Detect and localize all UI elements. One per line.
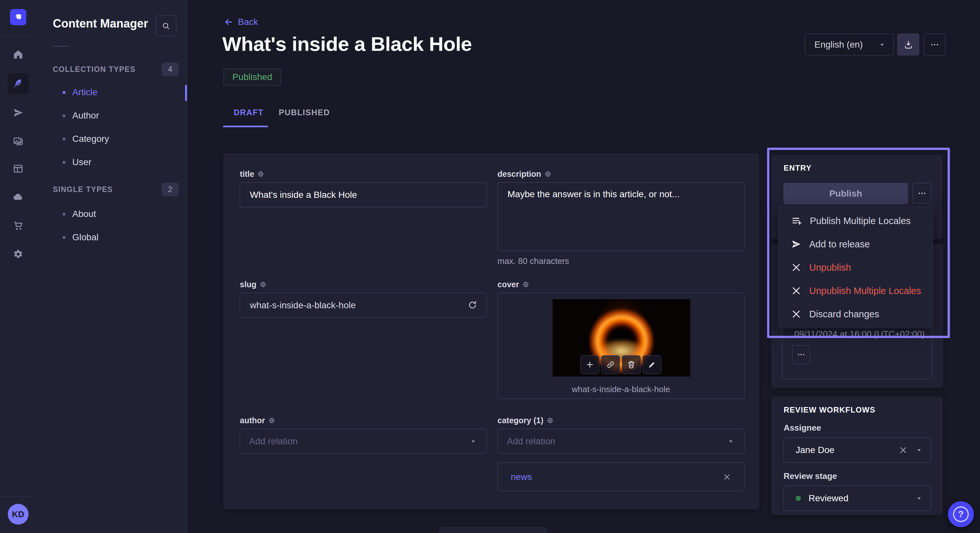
- bottom-panel-peek: [439, 527, 547, 533]
- cover-copy-link-button[interactable]: [601, 355, 620, 374]
- globe-icon: [257, 171, 264, 178]
- field-label: cover: [498, 280, 519, 289]
- sidebar-item-user[interactable]: User: [36, 151, 187, 174]
- rail-item-marketplace[interactable]: [8, 215, 29, 236]
- field-title-label-row: title: [240, 169, 487, 179]
- category-relation-select[interactable]: Add relation: [498, 429, 745, 454]
- field-slug-label-row: slug: [240, 279, 487, 289]
- chevron-down-icon: [469, 437, 477, 446]
- relation-link[interactable]: news: [511, 472, 532, 482]
- help-button[interactable]: ?: [948, 501, 974, 527]
- tab-draft[interactable]: DRAFT: [234, 108, 264, 117]
- sidebar-item-global[interactable]: Global: [36, 226, 187, 249]
- rail-item-deploy[interactable]: [8, 187, 29, 207]
- x-icon: [791, 309, 802, 319]
- x-icon: [791, 286, 802, 296]
- list-plus-icon: [791, 215, 802, 226]
- back-label: Back: [238, 17, 258, 27]
- rail-item-content-manager[interactable]: [8, 73, 29, 94]
- header-more-button[interactable]: [924, 34, 945, 56]
- nav-rail: KD: [0, 0, 37, 533]
- back-link[interactable]: Back: [224, 17, 258, 27]
- download-button[interactable]: [897, 34, 919, 56]
- sidebar-item-article[interactable]: Article: [36, 81, 187, 104]
- strapi-logo[interactable]: [10, 9, 26, 25]
- clear-icon[interactable]: [899, 446, 908, 455]
- sidebar-item-category[interactable]: Category: [36, 127, 187, 151]
- remove-relation-icon[interactable]: [723, 473, 731, 481]
- cover-delete-button[interactable]: [622, 355, 641, 374]
- menu-item-publish-multiple-locales[interactable]: Publish Multiple Locales: [779, 209, 933, 233]
- field-category-label-row: category (1): [498, 416, 745, 425]
- bullet-icon: [62, 114, 65, 117]
- question-icon: ?: [953, 506, 969, 522]
- cover-edit-button[interactable]: [643, 355, 662, 374]
- field-label: author: [240, 416, 265, 425]
- field-cover: cover: [498, 279, 745, 399]
- review-workflows-panel: REVIEW WORKFLOWS Assignee Jane Doe Revie…: [771, 397, 942, 515]
- relation-item-news: news: [498, 462, 745, 491]
- section-collection-types: COLLECTION TYPES 4: [53, 62, 178, 76]
- rail-item-media-library[interactable]: [8, 130, 29, 151]
- cover-add-button[interactable]: [581, 355, 599, 374]
- assignee-value: Jane Doe: [795, 445, 899, 455]
- bullet-icon: [62, 91, 65, 94]
- regenerate-slug-button[interactable]: [466, 298, 479, 311]
- assignee-select[interactable]: Jane Doe: [784, 438, 931, 463]
- field-label: category (1): [498, 416, 544, 425]
- publish-button[interactable]: Publish: [784, 183, 908, 204]
- field-author-label-row: author: [240, 416, 487, 425]
- sidebar-item-label: Article: [72, 87, 97, 97]
- status-badge: Published: [224, 69, 281, 86]
- entry-panel-heading: ENTRY: [784, 163, 931, 173]
- review-stage-select[interactable]: Reviewed: [784, 486, 931, 511]
- trash-icon: [627, 360, 636, 369]
- author-relation-select[interactable]: Add relation: [240, 429, 487, 454]
- page-title: What's inside a Black Hole: [222, 32, 472, 56]
- tab-published[interactable]: PUBLISHED: [279, 108, 330, 117]
- rail-item-releases[interactable]: [8, 102, 29, 123]
- title-input[interactable]: [240, 182, 487, 207]
- ellipsis-icon: [930, 40, 940, 49]
- sidebar-item-about[interactable]: About: [36, 202, 187, 226]
- cloud-icon: [13, 191, 24, 202]
- avatar[interactable]: KD: [8, 504, 29, 525]
- feather-icon: [13, 78, 24, 89]
- app-window: KD Content Manager COLLECTION TYPES 4 Ar…: [0, 0, 980, 533]
- field-title: title: [240, 169, 487, 207]
- rail-item-settings[interactable]: [8, 244, 29, 265]
- cover-toolbar: [581, 355, 662, 374]
- entry-more-button[interactable]: [913, 183, 931, 204]
- description-hint: max. 80 characters: [498, 256, 745, 266]
- menu-item-label: Unpublish: [809, 262, 851, 273]
- menu-item-add-to-release[interactable]: Add to release: [779, 233, 933, 256]
- bullet-icon: [62, 236, 65, 239]
- sidebar-title: Content Manager: [53, 17, 148, 30]
- bullet-icon: [62, 213, 65, 216]
- rail-item-home[interactable]: [8, 44, 29, 65]
- arrow-left-icon: [224, 17, 233, 27]
- rail-item-content-type-builder[interactable]: [8, 159, 29, 179]
- scheduled-date: 09/11/2024 at 16:00 (UTC+02:00): [794, 329, 925, 339]
- slug-input[interactable]: [240, 293, 487, 318]
- field-label: description: [498, 169, 541, 179]
- menu-item-label: Publish Multiple Locales: [810, 216, 911, 226]
- search-button[interactable]: [156, 16, 176, 36]
- media-icon: [13, 135, 24, 146]
- locale-value: English (en): [815, 40, 863, 50]
- layout-icon: [13, 163, 24, 174]
- rail-divider: [0, 36, 36, 36]
- assignee-label: Assignee: [784, 423, 931, 433]
- slug-input-wrap: [240, 293, 487, 318]
- scheduled-more-button[interactable]: [792, 345, 810, 364]
- sidebar-item-author[interactable]: Author: [36, 104, 187, 127]
- review-panel-heading: REVIEW WORKFLOWS: [784, 405, 931, 414]
- locale-select[interactable]: English (en): [805, 34, 894, 56]
- menu-item-unpublish-multiple-locales[interactable]: Unpublish Multiple Locales: [779, 279, 933, 303]
- description-textarea[interactable]: Maybe the answer is in this article, or …: [498, 182, 745, 251]
- sidebar-item-label: User: [72, 157, 91, 167]
- globe-icon: [259, 281, 266, 288]
- menu-item-unpublish[interactable]: Unpublish: [779, 256, 933, 279]
- gear-icon: [13, 249, 24, 260]
- menu-item-discard-changes[interactable]: Discard changes: [779, 303, 933, 326]
